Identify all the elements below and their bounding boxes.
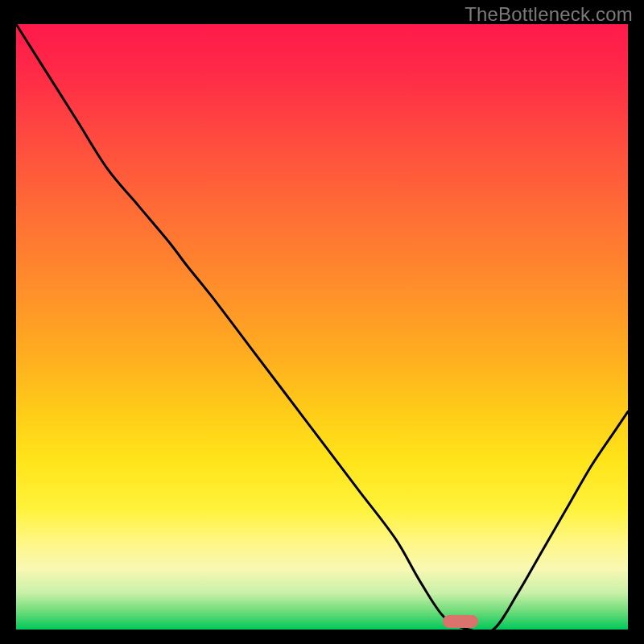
bottleneck-curve <box>16 24 628 630</box>
watermark-text: TheBottleneck.com <box>464 3 633 26</box>
optimal-marker <box>443 615 478 628</box>
plot-area <box>16 24 628 630</box>
chart-frame: TheBottleneck.com <box>0 0 644 644</box>
